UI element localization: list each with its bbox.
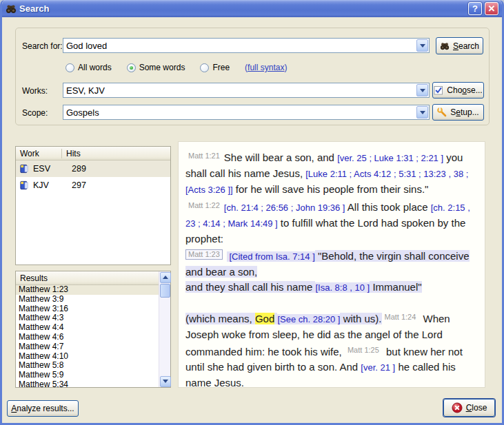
cross-ref-link[interactable]: [Cited from Isa. 7:14 ] bbox=[227, 251, 315, 262]
works-dropdown-button[interactable] bbox=[416, 84, 428, 96]
verse-ref: Matt 1:23 bbox=[185, 249, 223, 260]
column-header-work: Work bbox=[16, 149, 61, 158]
result-item[interactable]: Matthew 5:34 bbox=[16, 380, 159, 387]
window-title: Search bbox=[19, 3, 465, 14]
verse-text: All this took place bbox=[345, 201, 431, 213]
radio-label: Some words bbox=[139, 63, 185, 72]
radio-label: All words bbox=[78, 63, 112, 72]
verse-paragraph bbox=[185, 296, 478, 309]
verse-text: Immanuel" bbox=[370, 281, 421, 293]
verse-ref: Matt 1:22 bbox=[188, 201, 220, 209]
verse-text: (which means, bbox=[185, 313, 255, 324]
result-item[interactable]: Matthew 4:6 bbox=[16, 333, 159, 342]
bible-book-icon bbox=[19, 180, 29, 190]
verse-text: and they shall call his name bbox=[185, 281, 315, 293]
bible-book-icon bbox=[19, 164, 29, 174]
setup-button[interactable]: Setup... bbox=[432, 104, 484, 121]
radio-label: Free bbox=[212, 63, 230, 72]
radio-free[interactable]: Free bbox=[200, 63, 230, 72]
radio-icon bbox=[200, 63, 209, 72]
radio-icon bbox=[127, 63, 136, 72]
result-item[interactable]: Matthew 4:3 bbox=[16, 313, 159, 323]
table-row[interactable]: KJV 297 bbox=[16, 177, 170, 194]
result-item[interactable]: Matthew 4:10 bbox=[16, 352, 159, 362]
radio-some-words[interactable]: Some words bbox=[127, 63, 185, 72]
chevron-down-icon bbox=[420, 89, 425, 92]
results-header-label: Results bbox=[16, 273, 52, 283]
analyze-button-label: Analyze results... bbox=[11, 404, 74, 413]
chevron-down-icon bbox=[420, 44, 425, 48]
verse-text: with us). bbox=[340, 313, 381, 324]
verse-preview-pane: Matt 1:21She will bear a son, and [ver. … bbox=[178, 141, 485, 388]
result-item[interactable]: Matthew 4:7 bbox=[16, 342, 159, 352]
radio-icon bbox=[65, 63, 74, 72]
search-criteria-group: Search for: Search All words bbox=[15, 28, 490, 125]
close-window-button[interactable]: ✕ bbox=[485, 2, 498, 15]
cross-ref-link[interactable]: [ver. 21 ] bbox=[361, 362, 395, 373]
search-button-label: Search bbox=[453, 41, 479, 51]
works-input[interactable] bbox=[63, 85, 416, 96]
close-icon: ✕ bbox=[488, 3, 496, 14]
column-header-hits: Hits bbox=[62, 149, 85, 158]
work-hits: 289 bbox=[72, 164, 86, 174]
titlebar: Search ? ✕ bbox=[2, 0, 502, 17]
works-combobox bbox=[63, 83, 430, 98]
result-item[interactable]: Matthew 3:9 bbox=[16, 295, 159, 304]
full-syntax-link[interactable]: (full syntax) bbox=[245, 63, 287, 72]
help-button[interactable]: ? bbox=[468, 2, 482, 15]
binoculars-icon bbox=[6, 3, 17, 14]
scroll-up-button[interactable] bbox=[160, 272, 171, 283]
search-mode-options: All words Some words Free (full syntax) bbox=[65, 63, 287, 72]
scope-input[interactable] bbox=[63, 107, 416, 118]
cross-ref-link[interactable]: [Isa. 8:8 , 10 ] bbox=[315, 282, 370, 293]
verse-paragraph: Matt 1:21She will bear a son, and [ver. … bbox=[185, 148, 478, 247]
cross-ref-link[interactable]: [ver. 25 ; Luke 1:31 ; 2:21 ] bbox=[337, 153, 443, 163]
close-button-label: Close bbox=[466, 403, 487, 413]
search-dropdown-button[interactable] bbox=[416, 39, 428, 52]
wrench-icon bbox=[437, 107, 447, 117]
cross-ref-link[interactable]: [ch. 21:4 ; 26:56 ; John 19:36 ] bbox=[224, 203, 345, 213]
chevron-down-icon bbox=[420, 111, 425, 114]
results-panel: Results Matthew 1:23 Matthew 3:9 Matthew… bbox=[15, 271, 171, 388]
scope-label: Scope: bbox=[22, 108, 48, 118]
verse-ref: Matt 1:21 bbox=[188, 152, 220, 160]
search-dialog: Search ? ✕ Search for: Search bbox=[0, 0, 504, 425]
verse-text: She will bear a son, and bbox=[224, 152, 337, 163]
scope-combobox bbox=[63, 105, 430, 120]
result-item[interactable]: Matthew 1:23 bbox=[16, 285, 159, 295]
scrollbar-thumb[interactable] bbox=[160, 284, 170, 298]
scroll-down-button[interactable] bbox=[160, 376, 171, 387]
analyze-results-button[interactable]: Analyze results... bbox=[7, 400, 79, 417]
setup-button-label: Setup... bbox=[450, 107, 478, 117]
chevron-up-icon bbox=[163, 276, 168, 279]
radio-all-words[interactable]: All words bbox=[65, 63, 112, 72]
close-button[interactable]: Close bbox=[443, 399, 495, 417]
work-hits: 297 bbox=[72, 180, 86, 190]
table-row[interactable]: ESV 289 bbox=[16, 160, 170, 177]
choose-button[interactable]: Choose... bbox=[432, 82, 484, 99]
cross-ref-link[interactable]: [See ch. 28:20 ] bbox=[277, 314, 340, 324]
hits-panel-header: Work Hits bbox=[16, 147, 170, 160]
works-label: Works: bbox=[22, 86, 48, 96]
results-scrollbar[interactable] bbox=[159, 271, 170, 387]
search-combobox bbox=[63, 38, 430, 53]
binoculars-icon bbox=[440, 41, 450, 51]
verse-text: for he will save his people from their s… bbox=[233, 183, 429, 195]
result-item[interactable]: Matthew 5:8 bbox=[16, 361, 159, 371]
work-name: KJV bbox=[33, 180, 63, 190]
search-button[interactable]: Search bbox=[436, 37, 483, 54]
search-hit-word: God bbox=[255, 313, 274, 324]
verse-paragraph: (which means, God [See ch. 28:20 ] with … bbox=[185, 309, 478, 388]
checkmark-icon bbox=[434, 85, 443, 95]
work-name: ESV bbox=[33, 164, 63, 174]
scope-dropdown-button[interactable] bbox=[416, 106, 428, 118]
result-item[interactable]: Matthew 3:16 bbox=[16, 304, 159, 314]
results-panel-header: Results bbox=[16, 271, 159, 285]
results-list: Matthew 1:23 Matthew 3:9 Matthew 3:16 Ma… bbox=[16, 285, 159, 387]
result-item[interactable]: Matthew 4:4 bbox=[16, 323, 159, 333]
result-item[interactable]: Matthew 5:9 bbox=[16, 371, 159, 380]
verse-paragraph: and they shall call his name [Isa. 8:8 ,… bbox=[185, 280, 478, 296]
search-input[interactable] bbox=[63, 41, 416, 51]
close-red-icon bbox=[452, 402, 463, 413]
verse-paragraph: Matt 1:23 [Cited from Isa. 7:14 ] "Behol… bbox=[185, 247, 478, 280]
